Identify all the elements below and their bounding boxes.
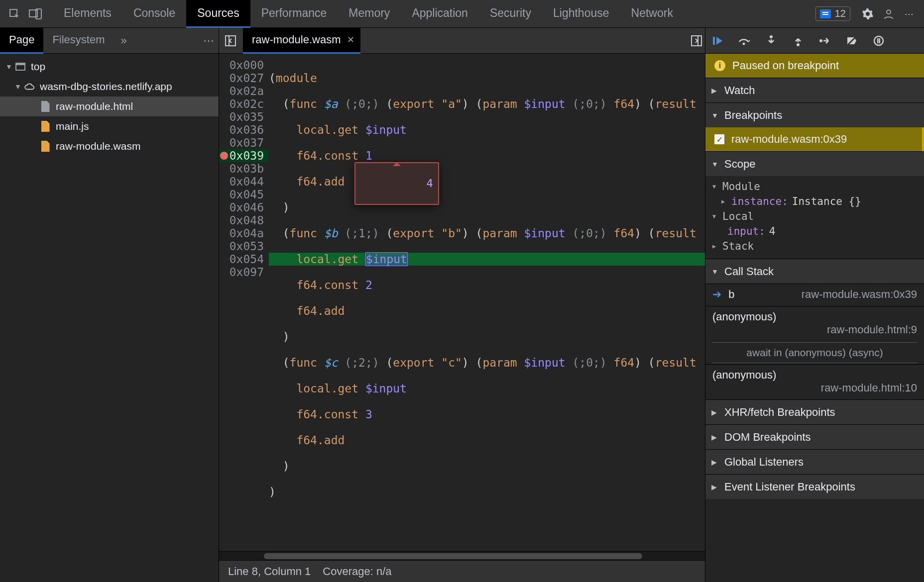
tree-file-html[interactable]: raw-module.html — [0, 97, 219, 116]
pause-banner: i Paused on breakpoint — [705, 54, 924, 78]
section-watch[interactable]: ▶Watch — [705, 78, 924, 102]
cursor-position: Line 8, Column 1 — [228, 565, 311, 578]
tree-file-wasm[interactable]: raw-module.wasm — [0, 136, 219, 156]
editor-statusbar: Line 8, Column 1 Coverage: n/a — [219, 560, 705, 582]
tab-sources[interactable]: Sources — [186, 0, 250, 28]
callstack-frame[interactable]: (anonymous) raw-module.html:9 — [705, 306, 924, 341]
navigator-more-icon[interactable]: » — [114, 34, 134, 47]
tab-memory[interactable]: Memory — [338, 0, 401, 28]
step-icon[interactable] — [818, 34, 832, 48]
scope-local[interactable]: ▼Local — [712, 209, 917, 224]
device-toolbar-icon[interactable] — [28, 6, 43, 21]
editor-area: raw-module.wasm ✕ 0x000 0x027 0x02a 0x02… — [219, 28, 705, 582]
svg-rect-6 — [692, 36, 701, 46]
checkbox-icon[interactable]: ✓ — [714, 134, 724, 144]
scope-stack[interactable]: ▶Stack — [712, 239, 917, 254]
tab-console[interactable]: Console — [122, 0, 186, 28]
value-tooltip: 4 — [354, 162, 439, 205]
section-event[interactable]: ▶Event Listener Breakpoints — [705, 474, 924, 499]
file-tree: ▼ top ▼ wasm-dbg-stories.netlify.app raw… — [0, 54, 219, 156]
section-xhr[interactable]: ▶XHR/fetch Breakpoints — [705, 399, 924, 424]
svg-point-9 — [743, 42, 745, 45]
resume-icon[interactable] — [710, 34, 724, 48]
step-into-icon[interactable] — [764, 34, 778, 48]
callstack-frame[interactable]: (anonymous) raw-module.html:10 — [705, 364, 924, 399]
section-dom[interactable]: ▶DOM Breakpoints — [705, 424, 924, 449]
close-icon[interactable]: ✕ — [347, 34, 354, 45]
breakpoint-marker[interactable]: 0x039 — [219, 149, 269, 162]
inspect-element-icon[interactable] — [7, 6, 22, 21]
issues-chip[interactable]: 12 — [815, 6, 850, 21]
tree-origin[interactable]: ▼ wasm-dbg-stories.netlify.app — [0, 77, 219, 97]
navigator-tab-page[interactable]: Page — [0, 28, 43, 54]
tree-label: main.js — [56, 120, 89, 132]
coverage-status: Coverage: n/a — [323, 565, 391, 578]
code-editor[interactable]: 0x000 0x027 0x02a 0x02c 0x035 0x036 0x03… — [219, 54, 705, 551]
tab-lighthouse[interactable]: Lighthouse — [542, 0, 620, 28]
editor-scrollbar[interactable] — [219, 551, 705, 560]
settings-gear-icon[interactable] — [860, 6, 875, 21]
tab-elements[interactable]: Elements — [53, 0, 122, 28]
tab-performance[interactable]: Performance — [250, 0, 338, 28]
navigator-menu-icon[interactable]: ⋯ — [199, 34, 219, 47]
editor-gutter[interactable]: 0x000 0x027 0x02a 0x02c 0x035 0x036 0x03… — [219, 54, 269, 551]
file-icon — [40, 121, 51, 132]
step-over-icon[interactable] — [737, 34, 751, 48]
editor-file-tab[interactable]: raw-module.wasm ✕ — [243, 28, 360, 54]
section-global[interactable]: ▶Global Listeners — [705, 449, 924, 474]
panel-tabs: Elements Console Sources Performance Mem… — [53, 0, 684, 28]
svg-point-12 — [819, 39, 822, 42]
issues-icon — [820, 9, 831, 18]
tree-label: wasm-dbg-stories.netlify.app — [40, 81, 172, 93]
async-separator: await in (anonymous) (async) — [712, 342, 917, 363]
tree-frame-top[interactable]: ▼ top — [0, 57, 219, 77]
step-out-icon[interactable] — [791, 34, 805, 48]
svg-point-11 — [797, 43, 800, 46]
tab-application[interactable]: Application — [401, 0, 479, 28]
section-scope[interactable]: ▼Scope — [705, 151, 924, 176]
file-tab-label: raw-module.wasm — [252, 33, 341, 46]
tree-file-js[interactable]: main.js — [0, 116, 219, 136]
svg-point-3 — [887, 10, 891, 14]
scope-module[interactable]: ▼Module — [712, 179, 917, 194]
callstack-frame[interactable]: ➔ b raw-module.wasm:0x39 — [705, 284, 924, 306]
more-menu-icon[interactable]: ⋯ — [902, 6, 917, 21]
current-execution-line: local.get $input — [269, 253, 705, 266]
toggle-navigator-icon[interactable] — [222, 32, 239, 49]
disclosure-triangle-icon: ▼ — [14, 83, 22, 91]
tab-security[interactable]: Security — [479, 0, 542, 28]
toggle-debugger-icon[interactable] — [688, 32, 705, 49]
svg-point-14 — [874, 36, 883, 45]
hovered-variable: $input — [365, 252, 408, 266]
pause-exceptions-icon[interactable] — [872, 34, 886, 48]
section-callstack[interactable]: ▼Call Stack — [705, 259, 924, 284]
tab-network[interactable]: Network — [620, 0, 684, 28]
issues-count: 12 — [835, 8, 846, 19]
file-icon — [40, 101, 51, 112]
deactivate-breakpoints-icon[interactable] — [845, 34, 859, 48]
tree-label: raw-module.wasm — [56, 140, 140, 152]
scope-instance[interactable]: ▶instance:Instance {} — [712, 194, 917, 209]
editor-tabstrip: raw-module.wasm ✕ — [219, 28, 705, 54]
account-icon[interactable] — [881, 6, 896, 21]
debugger-toolbar — [705, 28, 924, 54]
devtools-topbar: Elements Console Sources Performance Mem… — [0, 0, 924, 28]
disclosure-triangle-icon: ▼ — [5, 63, 13, 71]
current-frame-icon: ➔ — [712, 288, 721, 300]
tree-label: top — [31, 61, 45, 73]
sources-navigator: Page Filesystem » ⋯ ▼ top ▼ wasm-dbg-sto… — [0, 28, 219, 582]
code-content[interactable]: (module (func $a (;0;) (export "a") (par… — [269, 54, 705, 551]
svg-rect-4 — [226, 36, 235, 46]
scope-local-input[interactable]: input:4 — [712, 224, 917, 239]
navigator-tabs: Page Filesystem » ⋯ — [0, 28, 219, 54]
frame-icon — [15, 61, 26, 72]
tree-label: raw-module.html — [56, 100, 133, 112]
svg-rect-8 — [713, 37, 715, 45]
section-breakpoints[interactable]: ▼Breakpoints — [705, 102, 924, 127]
file-icon — [40, 141, 51, 152]
svg-rect-15 — [877, 38, 879, 43]
breakpoint-item[interactable]: ✓ raw-module.wasm:0x39 — [705, 127, 924, 151]
navigator-tab-filesystem[interactable]: Filesystem — [43, 28, 114, 54]
svg-rect-16 — [879, 38, 881, 43]
debugger-sidebar: i Paused on breakpoint ▶Watch ▼Breakpoin… — [705, 28, 924, 582]
